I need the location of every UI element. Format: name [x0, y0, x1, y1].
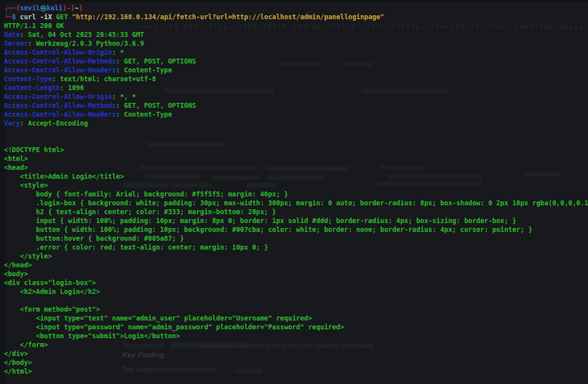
terminal-line: Access-Control-Allow-Methods: GET, POST,… [4, 101, 588, 110]
terminal-text-segment: : GET, POST, OPTIONS [116, 101, 196, 109]
terminal-text-segment: )-[ [63, 4, 74, 12]
terminal-text-segment: <h2>Admin Login</h2> [4, 288, 100, 295]
terminal-text-segment: <style> [4, 181, 48, 189]
terminal-text-segment: <div class="login-box"> [4, 279, 96, 287]
terminal-line: <button type="submit">Login</button> [4, 331, 588, 340]
terminal-text-segment: GET [56, 13, 68, 21]
terminal-text-segment: : 1096 [60, 84, 84, 92]
terminal-line: Access-Control-Allow-Origin: *, * [4, 92, 588, 101]
terminal-text-segment: Server [4, 39, 28, 47]
terminal-line [4, 128, 588, 136]
terminal-text-segment: input { width: 100%; padding: 10px; marg… [4, 217, 516, 224]
terminal-text-segment: <title>Admin Login</title> [4, 172, 124, 180]
terminal-text-segment: button { width: 100%; padding: 10px; bac… [4, 225, 532, 233]
terminal-line: input { width: 100%; padding: 10px; marg… [4, 216, 588, 225]
terminal-line: Content-Type: text/html; charset=utf-8 [4, 74, 588, 83]
terminal-text-segment: Access-Control-Allow-Headers [4, 110, 116, 118]
terminal-text-segment: └─ [4, 13, 12, 21]
terminal-text-segment: <!DOCTYPE html> [4, 146, 64, 154]
terminal-text-segment: </body> [4, 358, 32, 366]
terminal-line: <div class="login-box"> [4, 278, 588, 287]
terminal-text-segment: "http://192.168.0.134/api/fetch-url?url=… [68, 13, 384, 21]
terminal-line: button:hover { background: #005a87; } [4, 234, 588, 243]
terminal-text-segment: sevil [20, 4, 40, 12]
terminal-line: Access-Control-Allow-Origin: * [4, 48, 588, 57]
terminal-text-segment: : Sat, 04 Oct 2025 20:45:33 GMT [20, 31, 144, 38]
terminal-text-segment: Access-Control-Allow-Origin [4, 93, 112, 100]
terminal-line: <form method="post"> [4, 305, 588, 314]
terminal-line: </body> [4, 358, 588, 367]
terminal-text-segment: .login-box { background: white; padding:… [4, 199, 588, 207]
terminal-text-segment: ㉿ [40, 4, 47, 12]
terminal-line: </style> [4, 252, 588, 260]
terminal-line [4, 296, 588, 305]
terminal-text-segment: Access-Control-Allow-Methods [4, 57, 116, 65]
terminal-text-segment: </style> [4, 252, 52, 260]
terminal-text-segment: ┌──( [4, 4, 20, 12]
terminal-line: Vary: Accept-Encoding [4, 119, 588, 128]
terminal-text-segment: <button type="submit">Login</button> [4, 332, 180, 340]
terminal-text-segment: </div> [4, 350, 28, 357]
terminal-text-segment: Access-Control-Allow-Methods [4, 101, 116, 109]
terminal-line: <title>Admin Login</title> [4, 172, 588, 181]
terminal-line: Access-Control-Allow-Methods: GET, POST,… [4, 57, 588, 65]
terminal-text-segment: : Content-Type [116, 66, 172, 74]
terminal-line: </div> [4, 349, 588, 358]
terminal-text-segment: <html> [4, 155, 28, 162]
terminal-text-segment: Vary [4, 119, 20, 127]
terminal-text-segment: ] [79, 4, 83, 12]
terminal-line: Content-Length: 1096 [4, 83, 588, 92]
terminal-line: </head> [4, 260, 588, 269]
terminal-text-segment: <form method="post"> [4, 305, 100, 313]
terminal-line: HTTP/1.1 200 OK [4, 21, 588, 30]
terminal-text-segment: Access-Control-Allow-Headers [4, 66, 116, 74]
terminal-line: .error { color: red; text-align: center;… [4, 243, 588, 252]
terminal-text-segment: <head> [4, 163, 28, 171]
terminal-line: <input type="password" name="admin_passw… [4, 322, 588, 331]
terminal-text-segment: : GET, POST, OPTIONS [116, 57, 196, 65]
terminal-text-segment: : *, * [112, 93, 136, 100]
terminal-line: button { width: 100%; padding: 10px; bac… [4, 225, 588, 234]
terminal-line: Server: Werkzeug/2.0.3 Python/3.6.9 [4, 39, 588, 48]
terminal-text-segment: <body> [4, 270, 28, 278]
terminal-line: <h2>Admin Login</h2> [4, 287, 588, 296]
terminal-line: └─$ curl -iX GET "http://192.168.0.134/a… [4, 12, 588, 21]
terminal-text-segment: Content-Type [4, 75, 52, 83]
terminal-line: <style> [4, 181, 588, 190]
terminal-text-segment: <input type="password" name="admin_passw… [4, 323, 344, 331]
terminal-text-segment: </html> [4, 367, 32, 375]
terminal-line: .login-box { background: white; padding:… [4, 198, 588, 207]
terminal-text-segment: <input type="text" name="admin_user" pla… [4, 314, 312, 322]
terminal-text-segment: HTTP/1.1 200 OK [4, 22, 64, 30]
terminal-line [4, 136, 588, 145]
terminal-text-segment: : Werkzeug/2.0.3 Python/3.6.9 [28, 39, 144, 47]
terminal-line: <head> [4, 163, 588, 172]
terminal-line: </form> [4, 340, 588, 349]
terminal-output: ┌──(sevil㉿kali)-[~]└─$ curl -iX GET "htt… [0, 0, 588, 384]
terminal-line: <body> [4, 269, 588, 278]
terminal-line: Access-Control-Allow-Headers: Content-Ty… [4, 110, 588, 119]
terminal-text-segment: body { font-family: Arial; background: #… [4, 190, 288, 198]
terminal-text-segment: -iX [36, 13, 56, 21]
terminal-text-segment: h2 { text-align: center; color: #333; ma… [4, 208, 276, 216]
terminal-text-segment: : text/html; charset=utf-8 [52, 75, 156, 83]
terminal-line: </html> [4, 367, 588, 376]
terminal-line: Access-Control-Allow-Headers: Content-Ty… [4, 65, 588, 74]
terminal-line: h2 { text-align: center; color: #333; ma… [4, 207, 588, 216]
terminal-text-segment: Content-Length [4, 84, 60, 92]
terminal-text-segment: curl [16, 13, 36, 21]
terminal-text-segment: : Accept-Encoding [20, 119, 88, 127]
terminal-line: body { font-family: Arial; background: #… [4, 190, 588, 198]
terminal-line: Date: Sat, 04 Oct 2025 20:45:33 GMT [4, 30, 588, 39]
terminal-window[interactable]: curl -iX GET http://192.168.0.134/api/fe… [0, 0, 588, 384]
terminal-line: ┌──(sevil㉿kali)-[~] [4, 3, 588, 12]
terminal-text-segment: ~ [75, 4, 79, 12]
terminal-text-segment: Access-Control-Allow-Origin [4, 48, 112, 56]
terminal-text-segment: button:hover { background: #005a87; } [4, 234, 184, 242]
terminal-line: <input type="text" name="admin_user" pla… [4, 314, 588, 322]
terminal-text-segment: : * [112, 48, 124, 56]
terminal-text-segment: .error { color: red; text-align: center;… [4, 243, 268, 251]
terminal-text-segment: kali [47, 4, 63, 12]
terminal-text-segment: </head> [4, 261, 32, 269]
terminal-text-segment: : Content-Type [116, 110, 172, 118]
